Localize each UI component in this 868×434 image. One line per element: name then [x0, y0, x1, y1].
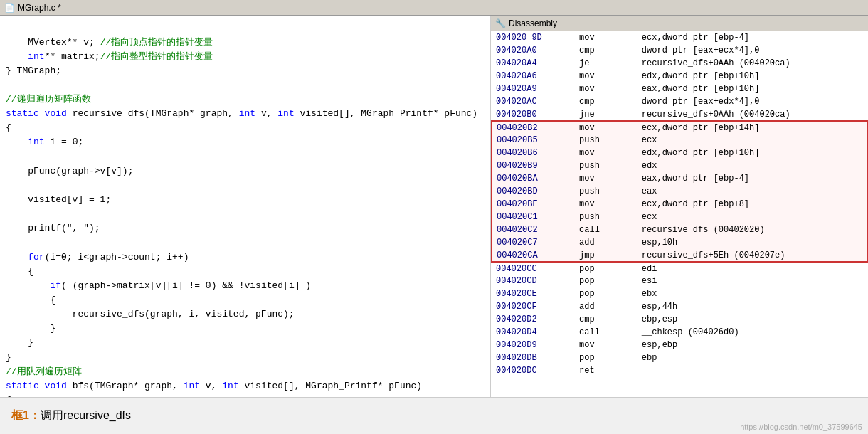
- disasm-address: 004020BD: [492, 185, 575, 198]
- disasm-mnemonic: add: [575, 300, 637, 313]
- table-row[interactable]: 004020CEpopebx: [492, 287, 867, 300]
- disasm-mnemonic: pop: [575, 262, 637, 275]
- table-row[interactable]: 004020CFaddesp,44h: [492, 300, 867, 313]
- disasm-mnemonic: cmp: [575, 95, 637, 108]
- disasm-operands: ecx: [637, 134, 867, 147]
- disasm-mnemonic: call: [575, 223, 637, 236]
- disasm-mnemonic: pop: [575, 287, 637, 300]
- disasm-address: 004020B5: [492, 134, 575, 147]
- table-row[interactable]: 004020 9Dmovecx,dword ptr [ebp-4]: [492, 31, 867, 44]
- table-row[interactable]: 004020BDpusheax: [492, 185, 867, 198]
- disasm-mnemonic: mov: [575, 83, 637, 95]
- caption-label: 框1：: [11, 408, 41, 423]
- code-panel: MVertex** v; //指向顶点指针的指针变量 int** matrix;…: [0, 16, 491, 397]
- table-row[interactable]: 004020A0cmpdword ptr [eax+ecx*4],0: [492, 44, 867, 57]
- disasm-operands: ebp: [637, 351, 867, 364]
- disasm-address: 004020A0: [492, 44, 575, 57]
- table-row[interactable]: 004020D2cmpebp,esp: [492, 313, 867, 326]
- disasm-operands: ebx: [637, 287, 867, 300]
- disasm-address: 004020C1: [492, 211, 575, 223]
- disasm-address: 004020CE: [492, 287, 575, 300]
- table-row[interactable]: 004020B2movecx,dword ptr [ebp+14h]: [492, 121, 867, 134]
- disasm-operands: eax: [637, 185, 867, 198]
- disasm-operands: __chkesp (004026d0): [637, 326, 867, 339]
- table-row[interactable]: 004020DCret: [492, 364, 867, 377]
- disasm-address: 004020AC: [492, 95, 575, 108]
- table-row[interactable]: 004020B0jnerecursive_dfs+0AAh (004020ca): [492, 108, 867, 121]
- code-content[interactable]: MVertex** v; //指向顶点指针的指针变量 int** matrix;…: [0, 16, 490, 397]
- disasm-panel: 🔧 Disassembly 004020 9Dmovecx,dword ptr …: [491, 16, 868, 397]
- window-title: MGraph.c *: [18, 3, 61, 13]
- table-row[interactable]: 004020D4call__chkesp (004026d0): [492, 326, 867, 339]
- disasm-mnemonic: mov: [575, 339, 637, 351]
- disasm-address: 004020CA: [492, 249, 575, 262]
- disasm-address: 004020CF: [492, 300, 575, 313]
- disasm-mnemonic: pop: [575, 351, 637, 364]
- table-row[interactable]: 004020A6movedx,dword ptr [ebp+10h]: [492, 70, 867, 83]
- disasm-operands: ecx,dword ptr [ebp+8]: [637, 198, 867, 211]
- disasm-operands: dword ptr [eax+edx*4],0: [637, 95, 867, 108]
- table-row[interactable]: 004020BEmovecx,dword ptr [ebp+8]: [492, 198, 867, 211]
- disasm-mnemonic: mov: [575, 172, 637, 185]
- disasm-icon: 🔧: [495, 18, 506, 28]
- table-row[interactable]: 004020BAmoveax,dword ptr [ebp-4]: [492, 172, 867, 185]
- disasm-address: 004020B9: [492, 159, 575, 172]
- disasm-address: 004020C7: [492, 236, 575, 249]
- disasm-mnemonic: mov: [575, 147, 637, 159]
- disasm-address: 004020B2: [492, 121, 575, 134]
- disasm-title: Disassembly: [509, 18, 557, 28]
- disasm-operands: recursive_dfs+0AAh (004020ca): [637, 108, 867, 121]
- disasm-mnemonic: cmp: [575, 44, 637, 57]
- table-row[interactable]: 004020A4jerecursive_dfs+0AAh (004020ca): [492, 57, 867, 70]
- disasm-address: 004020D2: [492, 313, 575, 326]
- title-bar: 📄 MGraph.c *: [0, 0, 868, 16]
- disasm-operands: eax,dword ptr [ebp-4]: [637, 172, 867, 185]
- disasm-address: 004020 9D: [492, 31, 575, 44]
- table-row[interactable]: 004020D9movesp,ebp: [492, 339, 867, 351]
- disasm-mnemonic: pop: [575, 275, 637, 287]
- table-row[interactable]: 004020DBpopebp: [492, 351, 867, 364]
- table-row[interactable]: 004020A9moveax,dword ptr [ebp+10h]: [492, 83, 867, 95]
- disasm-address: 004020A6: [492, 70, 575, 83]
- disasm-mnemonic: jmp: [575, 249, 637, 262]
- disasm-operands: edx: [637, 159, 867, 172]
- table-row[interactable]: 004020C1pushecx: [492, 211, 867, 223]
- table-row[interactable]: 004020CDpopesi: [492, 275, 867, 287]
- disasm-mnemonic: push: [575, 134, 637, 147]
- disasm-operands: recursive_dfs (00402020): [637, 223, 867, 236]
- disasm-title-bar: 🔧 Disassembly: [491, 16, 868, 31]
- disasm-operands: ecx,dword ptr [ebp-4]: [637, 31, 867, 44]
- disasm-address: 004020BA: [492, 172, 575, 185]
- disasm-address: 004020CD: [492, 275, 575, 287]
- disasm-mnemonic: mov: [575, 198, 637, 211]
- disasm-operands: recursive_dfs+5Eh (0040207e): [637, 249, 867, 262]
- table-row[interactable]: 004020B5pushecx: [492, 134, 867, 147]
- table-row[interactable]: 004020CCpopedi: [492, 262, 867, 275]
- disasm-mnemonic: push: [575, 211, 637, 223]
- caption-area: 框1： 调用recursive_dfs: [0, 397, 868, 434]
- table-row[interactable]: 004020B9pushedx: [492, 159, 867, 172]
- disasm-address: 004020D4: [492, 326, 575, 339]
- table-row[interactable]: 004020CAjmprecursive_dfs+5Eh (0040207e): [492, 249, 867, 262]
- table-row[interactable]: 004020ACcmpdword ptr [eax+edx*4],0: [492, 95, 867, 108]
- disasm-address: 004020B6: [492, 147, 575, 159]
- table-row[interactable]: 004020C7addesp,10h: [492, 236, 867, 249]
- disasm-address: 004020B0: [492, 108, 575, 121]
- disasm-operands: esp,ebp: [637, 339, 867, 351]
- disasm-address: 004020DC: [492, 364, 575, 377]
- disasm-mnemonic: push: [575, 159, 637, 172]
- disasm-content[interactable]: 004020 9Dmovecx,dword ptr [ebp-4]004020A…: [491, 31, 868, 397]
- disasm-mnemonic: add: [575, 236, 637, 249]
- table-row[interactable]: 004020B6movedx,dword ptr [ebp+10h]: [492, 147, 867, 159]
- table-row[interactable]: 004020C2callrecursive_dfs (00402020): [492, 223, 867, 236]
- disasm-operands: esp,10h: [637, 236, 867, 249]
- disasm-mnemonic: mov: [575, 31, 637, 44]
- disasm-mnemonic: cmp: [575, 313, 637, 326]
- disasm-operands: ecx,dword ptr [ebp+14h]: [637, 121, 867, 134]
- disasm-mnemonic: jne: [575, 108, 637, 121]
- disasm-operands: ebp,esp: [637, 313, 867, 326]
- disasm-address: 004020CC: [492, 262, 575, 275]
- disasm-mnemonic: mov: [575, 121, 637, 134]
- disasm-mnemonic: call: [575, 326, 637, 339]
- disasm-address: 004020C2: [492, 223, 575, 236]
